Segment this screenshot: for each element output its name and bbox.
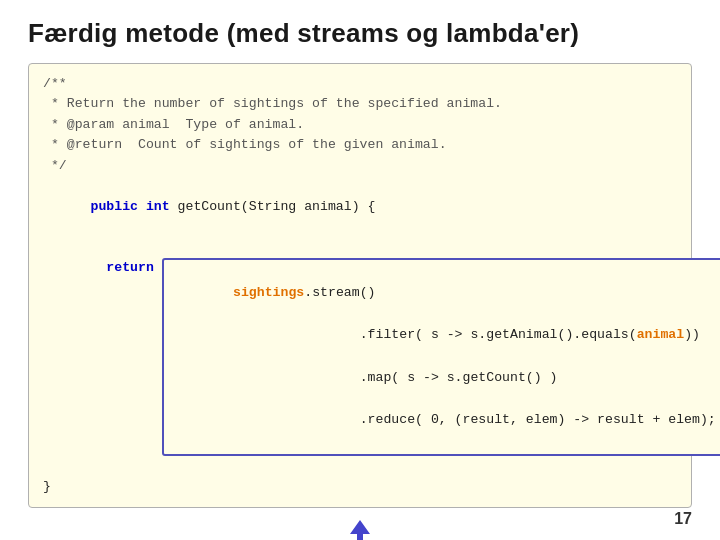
closing-brace: } bbox=[43, 477, 677, 497]
comment-line-4: * @return Count of sightings of the give… bbox=[43, 135, 677, 155]
arrow-area bbox=[28, 520, 692, 540]
slide-title: Færdig metode (med streams og lambda'er) bbox=[28, 18, 692, 49]
svg-marker-0 bbox=[350, 520, 370, 540]
public-line: public int getCount(String animal) { bbox=[43, 176, 677, 237]
stream-inner-box: sightings.stream() .filter( s -> s.getAn… bbox=[162, 258, 720, 456]
comment-line-2: * Return the number of sightings of the … bbox=[43, 94, 677, 114]
slide-page: Færdig metode (med streams og lambda'er)… bbox=[0, 0, 720, 540]
comment-line-3: * @param animal Type of animal. bbox=[43, 115, 677, 135]
return-line: return sightings.stream() .filter( s -> … bbox=[43, 238, 677, 477]
comment-line-1: /** bbox=[43, 74, 677, 94]
up-arrow-icon bbox=[348, 520, 372, 540]
code-block: /** * Return the number of sightings of … bbox=[28, 63, 692, 508]
page-number: 17 bbox=[674, 510, 692, 528]
comment-line-5: */ bbox=[43, 156, 677, 176]
